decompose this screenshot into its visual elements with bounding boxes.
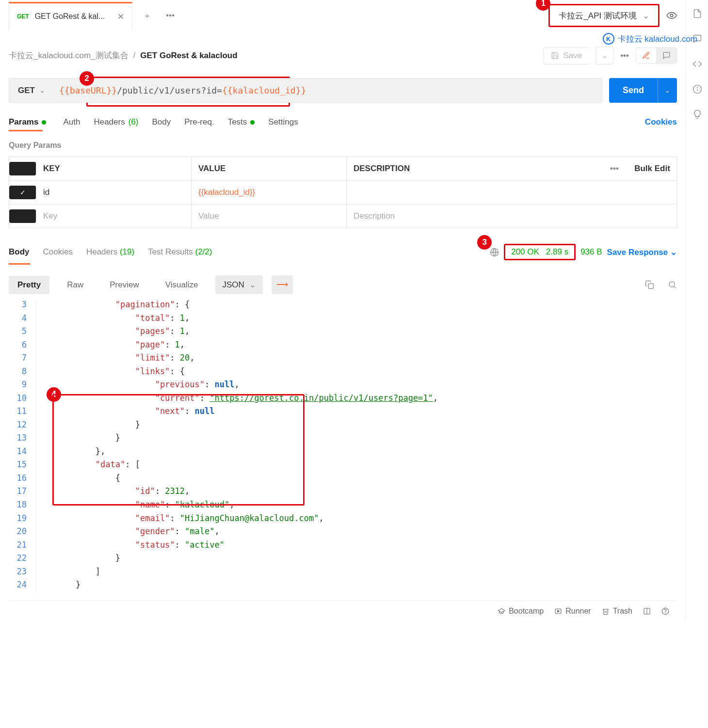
code-line: 10 "current": "https://gorest.co.in/publ… [9,392,677,405]
svg-point-9 [665,613,666,613]
svg-point-3 [669,282,675,287]
request-row: 2 GET ⌄ {{baseURL}}/public/v1/users?id={… [9,78,677,103]
code-line: 6 "page": 1, [9,338,677,352]
network-icon[interactable] [490,248,499,257]
table-header: KEY VALUE DESCRIPTION ••• Bulk Edit [9,157,676,180]
copy-icon[interactable] [645,280,654,289]
chevron-down-icon: ⌄ [249,280,256,290]
cookies-link[interactable]: Cookies [645,117,677,127]
table-row: ✓ id {{kalacloud_id}} [9,180,676,204]
code-line: 24 } [9,578,677,592]
chevron-down-icon: ⌄ [643,11,649,21]
new-tab-icon[interactable]: ＋ [143,10,151,21]
col-value: VALUE [192,157,347,180]
response-body-viewer[interactable]: 4 3 "pagination": {4 "total": 1,5 "pages… [9,298,677,592]
footer-help-icon[interactable] [661,607,669,616]
code-line: 18 "name": "kalacloud", [9,498,677,512]
comment-icon[interactable] [656,48,676,63]
lightbulb-icon[interactable] [692,110,702,119]
environment-label: 卡拉云_API 测试环境 [559,10,637,21]
callout-box-3: 200 OK 2.89 s [504,244,576,260]
param-desc-input[interactable] [347,186,601,199]
send-dropdown[interactable]: ⌄ [658,78,677,103]
edit-icon[interactable] [636,48,656,63]
footer-trash[interactable]: Trash [602,607,632,616]
query-params-table: KEY VALUE DESCRIPTION ••• Bulk Edit ✓ id… [9,157,677,228]
footer-runner[interactable]: Runner [554,607,591,616]
breadcrumb-collection[interactable]: 卡拉云_kalacloud.com_测试集合 [9,50,129,61]
svg-point-12 [697,87,697,88]
tab-headers[interactable]: Headers (6) [94,117,138,127]
footer-panes-icon[interactable] [643,607,651,616]
wrap-lines-icon[interactable]: ⟶ [272,275,293,294]
res-tab-headers[interactable]: Headers (19) [86,247,134,257]
tab-body[interactable]: Body [152,117,171,127]
code-line: 5 "pages": 1, [9,325,677,338]
col-key: KEY [36,157,192,180]
param-key-input[interactable]: id [36,181,192,204]
close-icon[interactable]: ✕ [117,12,124,22]
right-sidebar [686,0,708,619]
main-region: GET GET GoRest & kal... ✕ ＋ ••• 1 卡拉云_AP… [0,0,686,619]
footer-bar: Bootcamp Runner Trash [9,601,677,619]
col-more-icon[interactable]: ••• [601,164,628,174]
info-icon[interactable] [692,84,702,94]
send-button[interactable]: Send [609,78,658,103]
param-key-placeholder[interactable]: Key [36,205,192,228]
tab-more-icon[interactable]: ••• [166,11,175,20]
table-row-empty: Key Value Description [9,204,676,228]
env-quicklook-icon[interactable] [666,10,677,21]
dot-indicator-icon [250,120,255,125]
request-tab[interactable]: GET GET GoRest & kal... ✕ [9,2,132,31]
tab-params[interactable]: Params [9,117,49,127]
view-pretty[interactable]: Pretty [9,276,49,294]
code-line: 21 "status": "active" [9,538,677,552]
footer-bootcamp[interactable]: Bootcamp [498,607,544,616]
tab-prerequest[interactable]: Pre-req. [184,117,214,127]
url-input[interactable]: {{baseURL}}/public/v1/users?id={{kalaclo… [53,78,602,103]
save-response-button[interactable]: Save Response ⌄ [607,247,677,257]
code-line: 4 "total": 1, [9,312,677,325]
bulk-edit-button[interactable]: Bulk Edit [628,164,676,174]
kalacloud-logo-icon: K [603,33,614,45]
view-raw[interactable]: Raw [58,276,92,294]
param-value-placeholder[interactable]: Value [192,205,347,228]
code-line: 7 "limit": 20, [9,351,677,365]
res-tab-body[interactable]: Body [9,247,30,257]
code-line: 3 "pagination": { [9,298,677,312]
doc-icon[interactable] [692,9,702,18]
save-dropdown[interactable]: ⌄ [596,47,613,64]
search-icon[interactable] [668,280,677,289]
svg-marker-5 [558,610,560,612]
dot-indicator-icon [42,120,46,125]
more-actions-icon[interactable]: ••• [620,51,629,61]
viewer-toolbar: Pretty Raw Preview Visualize JSON ⌄ ⟶ [9,275,677,294]
checkbox-checked[interactable]: ✓ [17,187,28,198]
status-size: 936 B [580,247,602,257]
query-params-title: Query Params [9,141,677,150]
tab-title: GET GoRest & kal... [35,12,105,21]
view-visualize[interactable]: Visualize [157,276,207,294]
code-line: 13 } [9,431,677,445]
tab-auth[interactable]: Auth [63,117,80,127]
format-select[interactable]: JSON ⌄ [215,275,262,294]
tab-method: GET [17,13,29,20]
tab-tests[interactable]: Tests [228,117,255,127]
method-select[interactable]: GET ⌄ [9,78,53,103]
code-icon[interactable] [692,59,702,69]
param-desc-placeholder[interactable]: Description [347,205,601,228]
res-tab-testresults[interactable]: Test Results (2/2) [148,247,212,257]
code-line: 12 } [9,418,677,432]
view-preview[interactable]: Preview [101,276,147,294]
code-line: 19 "email": "HiJiangChuan@kalacloud.com"… [9,512,677,525]
breadcrumb-row: 卡拉云_kalacloud.com_测试集合 / GET GoRest & ka… [9,47,677,64]
environment-select[interactable]: 卡拉云_API 测试环境 ⌄ [548,4,660,27]
save-button[interactable]: Save [543,47,589,64]
res-tab-cookies[interactable]: Cookies [43,247,73,257]
response-tabs: Body Cookies Headers (19) Test Results (… [9,244,677,260]
tab-settings[interactable]: Settings [268,117,298,127]
breadcrumb-current: GET GoRest & kalacloud [140,51,237,61]
code-line: 20 "gender": "male", [9,525,677,538]
param-value-input[interactable]: {{kalacloud_id}} [192,181,347,204]
code-line: 14 }, [9,445,677,459]
